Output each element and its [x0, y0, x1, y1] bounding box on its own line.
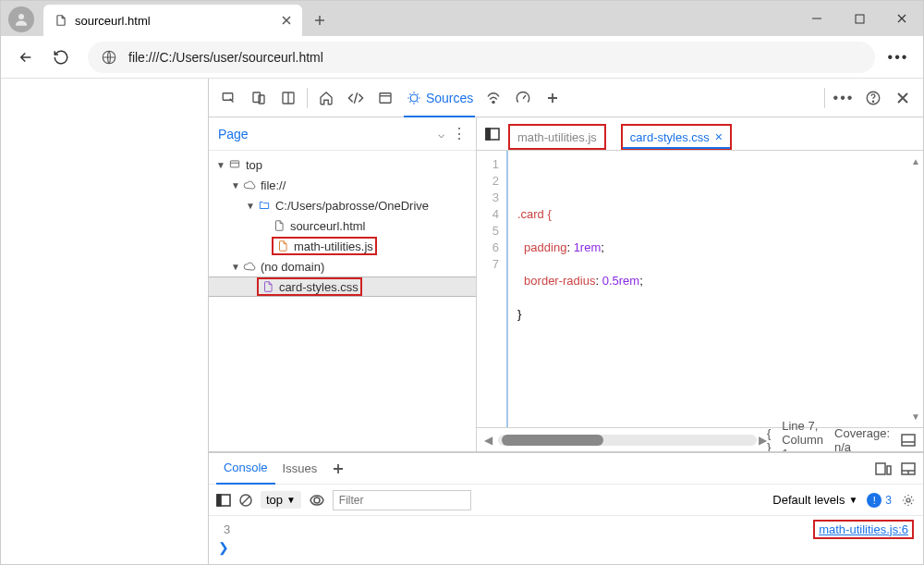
svg-point-8 — [410, 94, 418, 102]
editor-tabs: math-utilities.js card-styles.css × — [477, 117, 923, 151]
page-viewport — [1, 79, 209, 565]
tree-file-html[interactable]: sourceurl.html — [209, 215, 476, 236]
devtools-toolbar: Sources ••• — [209, 79, 923, 117]
line-gutter: 1 2 3 4 5 6 7 — [477, 151, 506, 427]
browser-tab[interactable]: sourceurl.html — [43, 5, 302, 36]
page-tab[interactable]: Page — [218, 127, 438, 141]
editor-tab-css[interactable]: card-styles.css × — [621, 124, 732, 150]
file-tree: ▼ top ▼ file:// ▼ C:/Users/pabrosse/OneD… — [209, 151, 476, 451]
maximize-button[interactable] — [838, 1, 881, 36]
new-tab-button[interactable] — [306, 6, 334, 34]
live-expression-icon[interactable] — [309, 494, 325, 507]
refresh-button[interactable] — [45, 42, 77, 73]
elements-panel-icon[interactable] — [341, 83, 371, 113]
console-output: 3 math-utilities.js:6 ❯ — [209, 516, 923, 565]
coverage-status: Coverage: n/a — [834, 426, 890, 452]
inspect-icon[interactable] — [214, 83, 244, 113]
drawer-tabs: Console Issues — [209, 453, 923, 485]
console-settings-icon[interactable] — [901, 493, 916, 508]
log-level-selector[interactable]: Default levels▼ — [772, 493, 857, 507]
svg-point-11 — [872, 101, 873, 102]
sources-navigator: Page ⌵ ⋮ ▼ top ▼ file:// ▼ C:/Users — [209, 117, 477, 451]
tree-folder[interactable]: ▼ C:/Users/pabrosse/OneDrive — [209, 195, 476, 215]
svg-rect-15 — [902, 435, 915, 446]
vertical-scrollbar[interactable]: ▲▼ — [910, 156, 921, 422]
window-controls — [796, 1, 923, 36]
source-link[interactable]: math-utilities.js:6 — [813, 520, 914, 539]
svg-rect-1 — [856, 15, 864, 23]
globe-icon — [101, 49, 117, 66]
toggle-navigator-icon[interactable] — [482, 124, 503, 144]
editor-tab-close-icon[interactable]: × — [715, 129, 723, 144]
devtools-close-icon[interactable] — [888, 83, 918, 113]
tree-file-scheme[interactable]: ▼ file:// — [209, 175, 476, 195]
execution-context-selector[interactable]: top▼ — [261, 491, 301, 509]
sources-panel-tab[interactable]: Sources — [400, 79, 479, 117]
svg-rect-7 — [380, 92, 391, 103]
drawer-collapse-icon[interactable] — [901, 462, 916, 475]
tab-title: sourceurl.html — [75, 14, 273, 28]
url-bar[interactable]: file:///C:/Users/user/sourceurl.html — [88, 42, 875, 73]
minimize-button[interactable] — [796, 1, 838, 36]
more-vertical-icon[interactable]: ⋮ — [452, 125, 467, 142]
sources-editor: math-utilities.js card-styles.css × 1 2 … — [477, 117, 923, 451]
pretty-print-icon[interactable]: { } — [767, 426, 771, 452]
tree-file-js[interactable]: math-utilities.js — [209, 236, 476, 256]
code-content: .card { padding: 1rem; border-radius: 0.… — [506, 151, 643, 427]
filter-input[interactable] — [333, 490, 471, 510]
tree-top[interactable]: ▼ top — [209, 154, 476, 175]
prompt-icon: ❯ — [218, 540, 229, 555]
console-prompt[interactable]: ❯ — [218, 538, 914, 557]
url-text: file:///C:/Users/user/sourceurl.html — [128, 50, 323, 65]
application-panel-icon[interactable] — [371, 83, 400, 113]
content-area: Sources ••• Page ⌵ ⋮ — [1, 79, 923, 565]
dock-icon[interactable] — [274, 83, 303, 113]
console-toolbar: top▼ Default levels▼ !3 — [209, 485, 923, 516]
svg-rect-16 — [876, 463, 885, 474]
svg-rect-20 — [217, 495, 221, 506]
page-icon — [55, 14, 67, 27]
toolbar: file:///C:/Users/user/sourceurl.html ••• — [1, 36, 923, 79]
sources-label: Sources — [426, 91, 473, 105]
network-panel-icon[interactable] — [479, 83, 508, 113]
svg-rect-3 — [223, 92, 233, 100]
svg-rect-14 — [486, 129, 490, 140]
drawer-dock-icon[interactable] — [875, 462, 892, 475]
tab-close-icon[interactable] — [280, 14, 293, 27]
horizontal-scrollbar[interactable] — [498, 435, 757, 446]
svg-rect-17 — [887, 466, 891, 474]
devtools-more-icon[interactable]: ••• — [829, 83, 858, 113]
clear-console-icon[interactable] — [238, 493, 253, 508]
svg-point-22 — [314, 497, 320, 503]
back-button[interactable] — [10, 42, 42, 73]
console-tab[interactable]: Console — [216, 453, 275, 485]
title-bar: sourceurl.html — [1, 1, 923, 36]
help-icon[interactable] — [858, 83, 888, 113]
code-editor[interactable]: 1 2 3 4 5 6 7 .card { padding: 1rem; bor… — [477, 151, 923, 427]
profile-avatar[interactable] — [8, 6, 34, 32]
console-drawer: Console Issues top▼ Default levels▼ !3 — [209, 451, 923, 565]
editor-tab-js[interactable]: math-utilities.js — [508, 124, 606, 150]
browser-menu-button[interactable]: ••• — [882, 42, 914, 73]
add-drawer-tab-button[interactable] — [324, 453, 352, 485]
console-sidebar-toggle-icon[interactable] — [216, 494, 231, 507]
devtools: Sources ••• Page ⌵ ⋮ — [209, 79, 923, 565]
tree-file-css[interactable]: card-styles.css — [209, 276, 476, 297]
sources-panel: Page ⌵ ⋮ ▼ top ▼ file:// ▼ C:/Users — [209, 117, 923, 451]
close-window-button[interactable] — [881, 1, 923, 36]
issues-tab[interactable]: Issues — [275, 453, 325, 485]
chevron-down-icon[interactable]: ⌵ — [438, 128, 444, 141]
welcome-panel-icon[interactable] — [311, 83, 341, 113]
performance-panel-icon[interactable] — [508, 83, 538, 113]
tree-no-domain[interactable]: ▼ (no domain) — [209, 256, 476, 276]
console-log-row[interactable]: 3 math-utilities.js:6 — [218, 520, 914, 538]
issues-badge[interactable]: !3 — [867, 493, 892, 508]
editor-settings-icon[interactable] — [901, 434, 916, 447]
svg-point-23 — [906, 498, 910, 502]
editor-status: ◀ ▶ { } Line 7, Column 1 Coverage: n/a — [477, 427, 923, 451]
svg-point-9 — [492, 101, 494, 103]
device-toggle-icon[interactable] — [244, 83, 274, 113]
svg-rect-12 — [230, 161, 238, 167]
more-panels-button[interactable] — [538, 83, 567, 113]
navigator-header: Page ⌵ ⋮ — [209, 117, 476, 151]
